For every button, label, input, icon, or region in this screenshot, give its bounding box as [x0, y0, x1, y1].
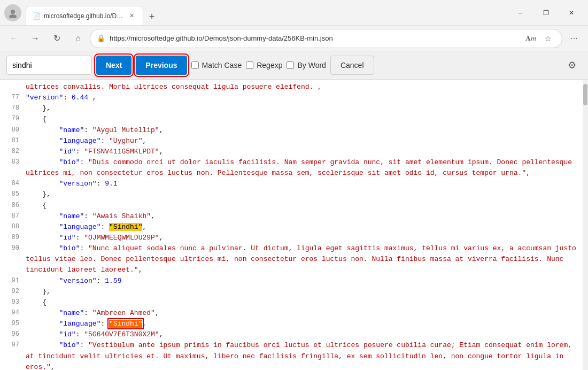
line-content: { [26, 297, 578, 308]
line-number: 96 [4, 329, 26, 340]
home-button[interactable]: ⌂ [68, 29, 88, 48]
maximize-button[interactable]: ❐ [533, 4, 558, 21]
line-number: 85 [4, 189, 26, 200]
read-aloud-icon[interactable]: 𝐀𝆐 [523, 31, 538, 46]
cancel-button[interactable]: Cancel [330, 56, 374, 75]
find-settings-button[interactable]: ⚙ [562, 56, 582, 75]
by-word-label: By Word [297, 61, 326, 70]
line-content: }, [26, 189, 578, 200]
line-content: "name": "Aygul Mutellip", [26, 125, 578, 136]
new-tab-button[interactable]: + [143, 8, 160, 25]
line-number: 81 [4, 136, 26, 147]
table-row: 77"version": 6.44 , [0, 92, 583, 103]
svg-point-1 [9, 14, 17, 18]
table-row: 81 "language": "Uyghur", [0, 136, 583, 147]
line-number: 97 [4, 340, 26, 370]
close-button[interactable]: ✕ [559, 4, 584, 21]
navbar: ← → ↻ ⌂ 🔒 https://microsoftedge.github.i… [0, 26, 588, 51]
line-number: 82 [4, 147, 26, 157]
table-row: 86 { [0, 201, 583, 211]
favorite-icon[interactable]: ☆ [540, 31, 555, 46]
lock-icon: 🔒 [97, 34, 105, 42]
line-number: 92 [4, 287, 26, 297]
refresh-button[interactable]: ↻ [47, 29, 66, 48]
by-word-checkbox[interactable] [287, 61, 294, 69]
table-row: 89 "id": "OJMWMEEQWMLDU29P", [0, 233, 583, 243]
json-viewer[interactable]: ultrices convallis. Morbi ultrices conse… [0, 80, 583, 370]
line-number: 84 [4, 179, 26, 189]
line-content: }, [26, 287, 578, 297]
line-content: "version": 6.44 , [26, 92, 578, 103]
titlebar: 📄 microsoftedge.github.io/Demos/ ✕ + – ❐… [0, 0, 588, 26]
active-tab[interactable]: 📄 microsoftedge.github.io/Demos/ ✕ [26, 6, 143, 25]
line-content: "version": 9.1 [26, 179, 578, 189]
table-row: 95 "language": "Sindhi", [0, 319, 583, 329]
table-row: 84 "version": 9.1 [0, 179, 583, 189]
line-content: "id": "OJMWMEEQWMLDU29P", [26, 233, 578, 243]
minimize-button[interactable]: – [508, 4, 532, 21]
line-number: 89 [4, 233, 26, 243]
next-button[interactable]: Next [96, 56, 131, 75]
line-content: }, [26, 103, 578, 114]
tab-title: microsoftedge.github.io/Demos/ [44, 12, 123, 20]
table-row: 90 "bio": "Nunc aliquet sodales nunc a p… [0, 243, 583, 275]
by-word-option[interactable]: By Word [287, 61, 326, 70]
address-icons: 𝐀𝆐 ☆ [523, 31, 555, 46]
match-case-option[interactable]: Match Case [191, 61, 242, 70]
line-content: "language": "Sindhi", [26, 222, 578, 233]
table-row: 78 }, [0, 103, 583, 114]
line-content: { [26, 201, 578, 211]
table-row: 83 "bio": "Duis commodo orci ut dolor ia… [0, 157, 583, 179]
line-number: 94 [4, 308, 26, 319]
line-content: "language": "Sindhi", [26, 319, 578, 329]
tabs-area: 📄 microsoftedge.github.io/Demos/ ✕ + [26, 0, 504, 25]
forward-button[interactable]: → [26, 29, 45, 48]
scrollbar-thumb[interactable] [583, 84, 587, 105]
regexp-option[interactable]: Regexp [246, 61, 282, 70]
line-number: 88 [4, 222, 26, 233]
find-bar: Next Previous Match Case Regexp By Word … [0, 51, 588, 80]
line-partial: ultrices convallis. Morbi ultrices conse… [0, 82, 583, 92]
line-content: "id": "5G640V7E6T3N0X2M", [26, 329, 578, 340]
line-content: "bio": "Duis commodo orci ut dolor iacul… [26, 157, 578, 179]
line-number: 83 [4, 157, 26, 179]
line-number: 91 [4, 276, 26, 287]
table-row: 92 }, [0, 287, 583, 297]
line-number: 80 [4, 125, 26, 136]
table-row: 88 "language": "Sindhi", [0, 222, 583, 233]
more-button[interactable]: ··· [564, 29, 584, 48]
line-number: 79 [4, 114, 26, 125]
line-content: "id": "FTSNV411G5MKLPDT", [26, 147, 578, 157]
line-number: 93 [4, 297, 26, 308]
line-number: 87 [4, 211, 26, 222]
table-row: 94 "name": "Ambreen Ahmed", [0, 308, 583, 319]
line-number: 86 [4, 201, 26, 211]
svg-point-0 [11, 10, 15, 14]
match-case-label: Match Case [202, 61, 242, 70]
address-bar[interactable]: 🔒 https://microsoftedge.github.io/Demos/… [90, 29, 562, 48]
table-row: 80 "name": "Aygul Mutellip", [0, 125, 583, 136]
avatar[interactable] [4, 4, 21, 21]
regexp-label: Regexp [257, 61, 282, 70]
match-case-checkbox[interactable] [191, 61, 199, 69]
content-area: ultrices convallis. Morbi ultrices conse… [0, 80, 588, 370]
tab-close-button[interactable]: ✕ [127, 11, 136, 21]
table-row: 97 "bio": "Vestibulum ante ipsum primis … [0, 340, 583, 370]
table-row: 93 { [0, 297, 583, 308]
line-content: "bio": "Vestibulum ante ipsum primis in … [26, 340, 578, 370]
table-row: 82 "id": "FTSNV411G5MKLPDT", [0, 147, 583, 157]
previous-button[interactable]: Previous [136, 56, 187, 75]
back-button[interactable]: ← [4, 29, 24, 48]
table-row: 85 }, [0, 189, 583, 200]
line-content: { [26, 114, 578, 125]
line-number: 90 [4, 243, 26, 275]
line-content: "bio": "Nunc aliquet sodales nunc a pulv… [26, 243, 578, 275]
find-input[interactable] [6, 56, 92, 75]
regexp-checkbox[interactable] [246, 61, 253, 69]
line-number: 78 [4, 103, 26, 114]
url-text: https://microsoftedge.github.io/Demos/js… [110, 34, 519, 42]
line-content: "name": "Ambreen Ahmed", [26, 308, 578, 319]
table-row: 96 "id": "5G640V7E6T3N0X2M", [0, 329, 583, 340]
scrollbar[interactable] [583, 80, 588, 370]
tab-favicon: 📄 [33, 12, 41, 20]
